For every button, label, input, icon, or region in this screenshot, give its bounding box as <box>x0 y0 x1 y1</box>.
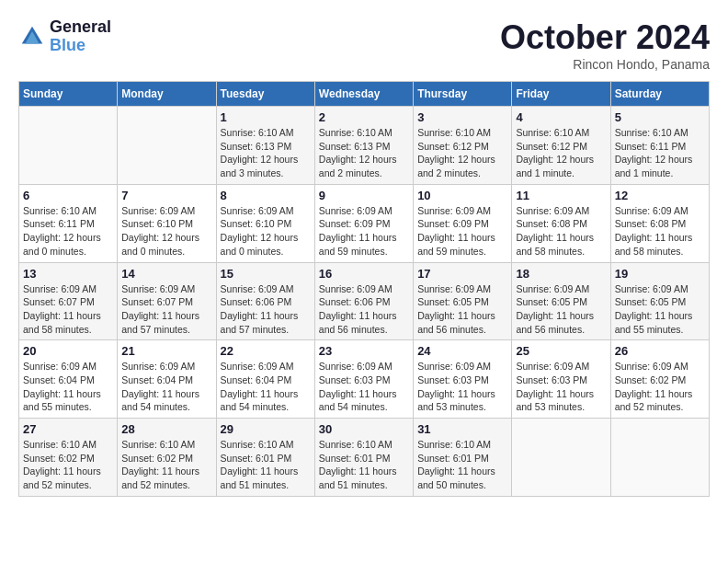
logo-icon <box>18 23 46 51</box>
page-header: General Blue October 2024 Rincon Hondo, … <box>18 18 710 72</box>
calendar-cell: 10Sunrise: 6:09 AM Sunset: 6:09 PM Dayli… <box>414 184 512 262</box>
weekday-header: Friday <box>512 82 610 107</box>
day-info: Sunrise: 6:09 AM Sunset: 6:03 PM Dayligh… <box>319 360 409 414</box>
calendar-cell <box>610 419 709 497</box>
day-number: 21 <box>121 344 211 358</box>
calendar-week-row: 27Sunrise: 6:10 AM Sunset: 6:02 PM Dayli… <box>19 419 710 497</box>
day-number: 10 <box>417 189 507 202</box>
day-info: Sunrise: 6:10 AM Sunset: 6:02 PM Dayligh… <box>23 438 113 492</box>
day-number: 8 <box>221 189 311 202</box>
calendar-header-row: SundayMondayTuesdayWednesdayThursdayFrid… <box>19 82 710 107</box>
day-number: 15 <box>221 267 311 281</box>
calendar-cell: 5Sunrise: 6:10 AM Sunset: 6:11 PM Daylig… <box>610 107 709 185</box>
logo-text: General Blue <box>50 18 111 55</box>
calendar-cell: 3Sunrise: 6:10 AM Sunset: 6:12 PM Daylig… <box>414 107 512 185</box>
day-number: 24 <box>417 344 507 358</box>
calendar-cell: 13Sunrise: 6:09 AM Sunset: 6:07 PM Dayli… <box>19 262 118 340</box>
day-info: Sunrise: 6:09 AM Sunset: 6:08 PM Dayligh… <box>516 204 606 259</box>
calendar-cell <box>19 107 118 185</box>
calendar-cell: 24Sunrise: 6:09 AM Sunset: 6:03 PM Dayli… <box>414 340 512 419</box>
day-info: Sunrise: 6:10 AM Sunset: 6:12 PM Dayligh… <box>516 126 606 180</box>
day-info: Sunrise: 6:09 AM Sunset: 6:09 PM Dayligh… <box>417 204 507 259</box>
calendar-cell: 18Sunrise: 6:09 AM Sunset: 6:05 PM Dayli… <box>512 262 610 340</box>
day-number: 4 <box>516 110 606 124</box>
calendar-cell: 7Sunrise: 6:09 AM Sunset: 6:10 PM Daylig… <box>118 184 216 262</box>
day-info: Sunrise: 6:09 AM Sunset: 6:08 PM Dayligh… <box>615 204 705 259</box>
calendar-cell: 28Sunrise: 6:10 AM Sunset: 6:02 PM Dayli… <box>118 419 216 497</box>
day-info: Sunrise: 6:10 AM Sunset: 6:01 PM Dayligh… <box>319 438 409 492</box>
day-info: Sunrise: 6:10 AM Sunset: 6:13 PM Dayligh… <box>221 126 311 180</box>
day-info: Sunrise: 6:09 AM Sunset: 6:04 PM Dayligh… <box>121 360 211 414</box>
calendar-cell: 25Sunrise: 6:09 AM Sunset: 6:03 PM Dayli… <box>512 340 610 419</box>
calendar-cell <box>512 419 610 497</box>
calendar-cell: 23Sunrise: 6:09 AM Sunset: 6:03 PM Dayli… <box>314 340 413 419</box>
day-info: Sunrise: 6:09 AM Sunset: 6:07 PM Dayligh… <box>23 282 113 337</box>
day-number: 26 <box>615 344 705 358</box>
calendar-cell: 11Sunrise: 6:09 AM Sunset: 6:08 PM Dayli… <box>512 184 610 262</box>
day-number: 27 <box>23 422 113 436</box>
calendar-cell: 1Sunrise: 6:10 AM Sunset: 6:13 PM Daylig… <box>216 107 314 185</box>
calendar-cell: 9Sunrise: 6:09 AM Sunset: 6:09 PM Daylig… <box>314 184 413 262</box>
day-info: Sunrise: 6:09 AM Sunset: 6:06 PM Dayligh… <box>221 282 311 337</box>
location: Rincon Hondo, Panama <box>500 57 710 72</box>
calendar-cell: 27Sunrise: 6:10 AM Sunset: 6:02 PM Dayli… <box>19 419 118 497</box>
calendar-cell: 15Sunrise: 6:09 AM Sunset: 6:06 PM Dayli… <box>216 262 314 340</box>
day-info: Sunrise: 6:10 AM Sunset: 6:01 PM Dayligh… <box>221 438 311 492</box>
calendar-week-row: 20Sunrise: 6:09 AM Sunset: 6:04 PM Dayli… <box>19 340 710 419</box>
day-number: 2 <box>319 110 409 124</box>
day-info: Sunrise: 6:10 AM Sunset: 6:01 PM Dayligh… <box>417 438 507 492</box>
calendar-table: SundayMondayTuesdayWednesdayThursdayFrid… <box>18 81 710 497</box>
day-number: 1 <box>221 110 311 124</box>
day-info: Sunrise: 6:09 AM Sunset: 6:03 PM Dayligh… <box>417 360 507 414</box>
calendar-cell: 22Sunrise: 6:09 AM Sunset: 6:04 PM Dayli… <box>216 340 314 419</box>
weekday-header: Sunday <box>19 82 118 107</box>
day-number: 3 <box>417 110 507 124</box>
day-info: Sunrise: 6:09 AM Sunset: 6:09 PM Dayligh… <box>319 204 409 259</box>
day-number: 6 <box>23 189 113 202</box>
day-info: Sunrise: 6:09 AM Sunset: 6:05 PM Dayligh… <box>516 282 606 337</box>
calendar-cell: 31Sunrise: 6:10 AM Sunset: 6:01 PM Dayli… <box>414 419 512 497</box>
day-number: 19 <box>615 267 705 281</box>
day-number: 18 <box>516 267 606 281</box>
calendar-week-row: 13Sunrise: 6:09 AM Sunset: 6:07 PM Dayli… <box>19 262 710 340</box>
logo: General Blue <box>18 18 111 55</box>
weekday-header: Thursday <box>414 82 512 107</box>
weekday-header: Monday <box>118 82 216 107</box>
day-number: 12 <box>615 189 705 202</box>
day-number: 29 <box>221 422 311 436</box>
day-number: 31 <box>417 422 507 436</box>
day-info: Sunrise: 6:09 AM Sunset: 6:02 PM Dayligh… <box>615 360 705 414</box>
day-number: 7 <box>121 189 211 202</box>
day-info: Sunrise: 6:10 AM Sunset: 6:13 PM Dayligh… <box>319 126 409 180</box>
day-info: Sunrise: 6:10 AM Sunset: 6:02 PM Dayligh… <box>121 438 211 492</box>
day-number: 14 <box>121 267 211 281</box>
weekday-header: Wednesday <box>314 82 413 107</box>
day-number: 30 <box>319 422 409 436</box>
calendar-cell: 2Sunrise: 6:10 AM Sunset: 6:13 PM Daylig… <box>314 107 413 185</box>
day-number: 16 <box>319 267 409 281</box>
calendar-cell: 30Sunrise: 6:10 AM Sunset: 6:01 PM Dayli… <box>314 419 413 497</box>
day-number: 13 <box>23 267 113 281</box>
day-number: 22 <box>221 344 311 358</box>
calendar-cell: 14Sunrise: 6:09 AM Sunset: 6:07 PM Dayli… <box>118 262 216 340</box>
day-number: 20 <box>23 344 113 358</box>
day-info: Sunrise: 6:09 AM Sunset: 6:04 PM Dayligh… <box>23 360 113 414</box>
calendar-cell: 26Sunrise: 6:09 AM Sunset: 6:02 PM Dayli… <box>610 340 709 419</box>
calendar-cell: 17Sunrise: 6:09 AM Sunset: 6:05 PM Dayli… <box>414 262 512 340</box>
day-info: Sunrise: 6:09 AM Sunset: 6:04 PM Dayligh… <box>221 360 311 414</box>
calendar-cell: 19Sunrise: 6:09 AM Sunset: 6:05 PM Dayli… <box>610 262 709 340</box>
day-number: 9 <box>319 189 409 202</box>
title-area: October 2024 Rincon Hondo, Panama <box>500 18 710 72</box>
day-info: Sunrise: 6:09 AM Sunset: 6:03 PM Dayligh… <box>516 360 606 414</box>
calendar-cell: 8Sunrise: 6:09 AM Sunset: 6:10 PM Daylig… <box>216 184 314 262</box>
day-number: 23 <box>319 344 409 358</box>
day-info: Sunrise: 6:09 AM Sunset: 6:10 PM Dayligh… <box>121 204 211 259</box>
day-info: Sunrise: 6:09 AM Sunset: 6:10 PM Dayligh… <box>221 204 311 259</box>
day-number: 11 <box>516 189 606 202</box>
day-info: Sunrise: 6:10 AM Sunset: 6:11 PM Dayligh… <box>615 126 705 180</box>
day-info: Sunrise: 6:09 AM Sunset: 6:05 PM Dayligh… <box>417 282 507 337</box>
weekday-header: Tuesday <box>216 82 314 107</box>
calendar-cell: 16Sunrise: 6:09 AM Sunset: 6:06 PM Dayli… <box>314 262 413 340</box>
day-number: 28 <box>121 422 211 436</box>
calendar-cell: 20Sunrise: 6:09 AM Sunset: 6:04 PM Dayli… <box>19 340 118 419</box>
